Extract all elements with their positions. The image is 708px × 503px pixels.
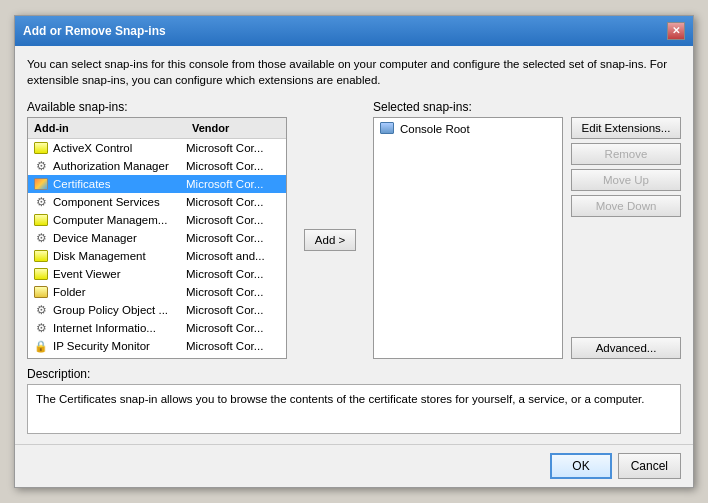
generic-icon — [34, 142, 48, 154]
item-icon-12: 🔒 — [32, 356, 50, 358]
generic-icon — [34, 268, 48, 280]
console-root-icon — [380, 122, 396, 136]
lock-icon: 🔒 — [34, 340, 48, 353]
main-area: Available snap-ins: Add-in Vendor Active… — [27, 100, 681, 359]
cert-icon — [34, 178, 48, 190]
item-vendor-9: Microsoft Cor... — [186, 304, 286, 316]
item-vendor-0: Microsoft Cor... — [186, 142, 286, 154]
item-icon-6 — [32, 248, 50, 264]
item-name-8: Folder — [50, 286, 186, 298]
description-area: The Certificates snap-in allows you to b… — [27, 384, 681, 434]
right-panel: Selected snap-ins: Console Root Edit — [373, 100, 681, 359]
item-name-6: Disk Management — [50, 250, 186, 262]
description-section: Description: The Certificates snap-in al… — [27, 367, 681, 434]
console-icon-shape — [380, 122, 394, 134]
edit-extensions-button[interactable]: Edit Extensions... — [571, 117, 681, 139]
item-vendor-1: Microsoft Cor... — [186, 160, 286, 172]
list-item[interactable]: ActiveX Control Microsoft Cor... — [28, 139, 286, 157]
button-spacer — [571, 221, 681, 333]
gear-icon: ⚙ — [36, 231, 47, 245]
selected-list[interactable]: Console Root — [373, 117, 563, 359]
available-list-scroll[interactable]: Add-in Vendor ActiveX Control Microsoft … — [28, 118, 286, 358]
list-item[interactable]: Certificates Microsoft Cor... — [28, 175, 286, 193]
description-value: The Certificates snap-in allows you to b… — [36, 393, 645, 405]
list-item[interactable]: Disk Management Microsoft and... — [28, 247, 286, 265]
item-icon-11: 🔒 — [32, 338, 50, 354]
list-item[interactable]: ⚙ Group Policy Object ... Microsoft Cor.… — [28, 301, 286, 319]
available-panel: Available snap-ins: Add-in Vendor Active… — [27, 100, 287, 359]
list-item[interactable]: 🔒 IP Security Monitor Microsoft Cor... — [28, 337, 286, 355]
selected-header: Selected snap-ins: — [373, 100, 681, 114]
selected-item-console-root[interactable]: Console Root — [376, 120, 560, 138]
selected-content: Console Root Edit Extensions... Remove M… — [373, 117, 681, 359]
ok-button[interactable]: OK — [550, 453, 611, 479]
item-vendor-10: Microsoft Cor... — [186, 322, 286, 334]
gear-icon: ⚙ — [36, 159, 47, 173]
console-root-label: Console Root — [400, 123, 470, 135]
item-icon-7 — [32, 266, 50, 282]
list-item[interactable]: ⚙ Authorization Manager Microsoft Cor... — [28, 157, 286, 175]
col-vendor-header: Vendor — [186, 120, 286, 136]
item-vendor-3: Microsoft Cor... — [186, 196, 286, 208]
remove-button[interactable]: Remove — [571, 143, 681, 165]
intro-description: You can select snap-ins for this console… — [27, 56, 681, 88]
item-vendor-11: Microsoft Cor... — [186, 340, 286, 352]
list-item[interactable]: ⚙ Device Manager Microsoft Cor... — [28, 229, 286, 247]
item-icon-0 — [32, 140, 50, 156]
list-item[interactable]: ⚙ Component Services Microsoft Cor... — [28, 193, 286, 211]
item-name-1: Authorization Manager — [50, 160, 186, 172]
gear-icon: ⚙ — [36, 195, 47, 209]
lock-icon: 🔒 — [34, 358, 48, 359]
advanced-button[interactable]: Advanced... — [571, 337, 681, 359]
item-name-10: Internet Informatio... — [50, 322, 186, 334]
item-name-0: ActiveX Control — [50, 142, 186, 154]
list-item[interactable]: Event Viewer Microsoft Cor... — [28, 265, 286, 283]
item-icon-4 — [32, 212, 50, 228]
item-name-2: Certificates — [50, 178, 186, 190]
title-bar: Add or Remove Snap-ins ✕ — [15, 16, 693, 46]
available-list-container: Add-in Vendor ActiveX Control Microsoft … — [27, 117, 287, 359]
title-bar-buttons: ✕ — [667, 22, 685, 40]
col-name-header: Add-in — [28, 120, 186, 136]
item-vendor-7: Microsoft Cor... — [186, 268, 286, 280]
list-item[interactable]: ⚙ Internet Informatio... Microsoft Cor..… — [28, 319, 286, 337]
add-button[interactable]: Add > — [304, 229, 356, 251]
gear-icon: ⚙ — [36, 303, 47, 317]
list-item[interactable]: Folder Microsoft Cor... — [28, 283, 286, 301]
move-down-button[interactable]: Move Down — [571, 195, 681, 217]
item-icon-2 — [32, 176, 50, 192]
description-section-label: Description: — [27, 367, 681, 381]
dialog-content: You can select snap-ins for this console… — [15, 46, 693, 444]
selected-panel: Selected snap-ins: Console Root Edit — [373, 100, 681, 359]
close-button[interactable]: ✕ — [667, 22, 685, 40]
item-vendor-4: Microsoft Cor... — [186, 214, 286, 226]
add-button-area: Add > — [295, 100, 365, 359]
list-item[interactable]: 🔒 IP Security Policy M... Microsoft Cor.… — [28, 355, 286, 358]
generic-icon — [34, 250, 48, 262]
item-icon-8 — [32, 284, 50, 300]
item-name-5: Device Manager — [50, 232, 186, 244]
item-icon-1: ⚙ — [32, 158, 50, 174]
item-name-3: Component Services — [50, 196, 186, 208]
cancel-button[interactable]: Cancel — [618, 453, 681, 479]
item-icon-9: ⚙ — [32, 302, 50, 318]
item-icon-10: ⚙ — [32, 320, 50, 336]
bottom-buttons: OK Cancel — [15, 444, 693, 487]
right-buttons: Edit Extensions... Remove Move Up Move D… — [571, 117, 681, 359]
item-vendor-2: Microsoft Cor... — [186, 178, 286, 190]
item-name-11: IP Security Monitor — [50, 340, 186, 352]
list-item[interactable]: Computer Managem... Microsoft Cor... — [28, 211, 286, 229]
snapin-list: ActiveX Control Microsoft Cor... ⚙ Autho… — [28, 139, 286, 358]
folder-icon — [34, 286, 48, 298]
item-name-4: Computer Managem... — [50, 214, 186, 226]
gear-icon: ⚙ — [36, 321, 47, 335]
item-name-7: Event Viewer — [50, 268, 186, 280]
add-remove-snapins-dialog: Add or Remove Snap-ins ✕ You can select … — [14, 15, 694, 488]
item-vendor-8: Microsoft Cor... — [186, 286, 286, 298]
item-vendor-5: Microsoft Cor... — [186, 232, 286, 244]
available-label: Available snap-ins: — [27, 100, 287, 114]
move-up-button[interactable]: Move Up — [571, 169, 681, 191]
item-icon-3: ⚙ — [32, 194, 50, 210]
dialog-title: Add or Remove Snap-ins — [23, 24, 166, 38]
item-name-9: Group Policy Object ... — [50, 304, 186, 316]
